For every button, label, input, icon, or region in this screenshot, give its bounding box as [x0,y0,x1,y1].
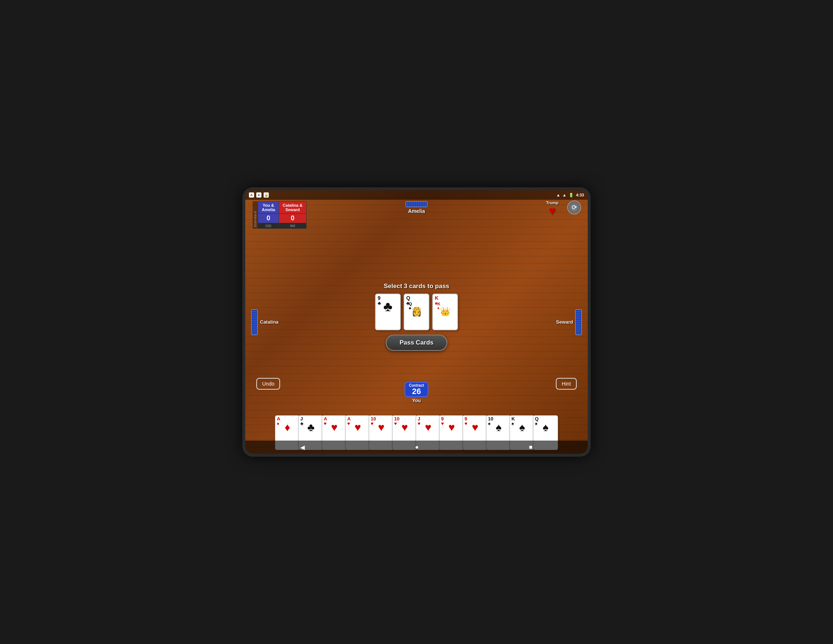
svg-text:👑: 👑 [440,306,450,316]
team2-name: Catalina &Seward [279,202,307,214]
amelia-name: Amelia [408,208,425,214]
hand-card-3-suit: ♥ [331,421,338,434]
battery-icon: 🔋 [569,193,574,198]
catalina-name: Catalina [260,319,279,325]
bid-label: Bid [279,223,307,229]
amelia-cards [405,201,428,207]
circle-icon: ● [256,193,261,198]
signal-icon: ▲ [563,193,566,197]
hand-card-12-suit: ♠ [543,421,548,434]
pass-dialog: Select 3 cards to pass 9♣ ♣ Q♣ Q ♣ 👸 [375,283,458,351]
contract-badge: Contract 26 [404,382,428,397]
nav-arrow-button[interactable]: ⟳ [567,201,581,214]
hand-card-1-label: A♦ [277,416,280,426]
pass-cards-row: 9♣ ♣ Q♣ Q ♣ 👸 [375,294,458,330]
hand-card-1-suit: ♦ [285,421,290,434]
score-table: You &Amelia Catalina &Seward 0 0 (26) Bi… [258,201,307,229]
hand-card-3-label: A♥ [324,416,327,426]
team1-name: You &Amelia [258,202,279,214]
game-screen: A ● 🔒 ▲ ▲ 🔋 4:33 Standard You &Amelia Ca… [245,190,588,454]
catalina-area: Catalina [251,309,279,335]
hand-card-2-suit: ♣ [307,421,315,434]
hand-card-11-label: K♠ [511,416,515,426]
hand-card-5-label: 10♥ [371,416,376,426]
hand-card-8-label: 9♥ [441,416,444,426]
hand-card-4-suit: ♥ [355,421,361,434]
contract-number: 26 [409,387,424,395]
hand-card-6-suit: ♥ [402,421,408,434]
team1-score: 0 [258,214,279,223]
card1-suit: ♣ [383,299,393,313]
status-right: ▲ ▲ 🔋 4:33 [556,193,584,198]
hand-card-7-suit: ♥ [425,421,431,434]
catalina-cards [251,309,258,335]
svg-text:👸: 👸 [411,305,423,317]
svg-text:♦: ♦ [437,306,440,310]
status-left: A ● 🔒 [249,193,269,198]
hint-button[interactable]: Hint [556,378,577,390]
pass-cards-button[interactable]: Pass Cards [386,335,448,351]
pass-card-3[interactable]: K♦ K ♦ 👑 [432,294,458,330]
seward-name: Seward [556,319,573,325]
device-frame: A ● 🔒 ▲ ▲ 🔋 4:33 Standard You &Amelia Ca… [242,187,591,457]
card1-rank: 9♣ [378,296,381,306]
hand-card-10-suit: ♠ [496,421,502,434]
hand-card-12-label: Q♠ [535,416,539,426]
seward-area: Seward [556,309,582,335]
amelia-area: Amelia [405,201,428,214]
trump-suit: ♥ [549,205,556,217]
home-button[interactable]: ● [415,444,419,450]
pass-card-1[interactable]: 9♣ ♣ [375,294,401,330]
nav-bar: ◀ ● ■ [245,440,588,454]
you-label: You [412,398,421,403]
team2-score: 0 [279,214,307,223]
back-button[interactable]: ◀ [300,444,305,451]
card2-rank: Q♣ [406,296,410,306]
hand-card-6-label: 10♥ [394,416,399,426]
clock: 4:33 [576,193,584,197]
hand-card-8-suit: ♥ [449,421,455,434]
app-icon: A [249,193,254,198]
hand-card-9-label: 9♥ [465,416,468,426]
pass-title: Select 3 cards to pass [384,283,450,290]
standard-label: Standard [252,201,258,229]
hand-card-10-label: 10♠ [488,416,493,426]
seward-cards [575,309,582,335]
hand-card-5-suit: ♥ [378,421,384,434]
trump-area: Trump ♥ [546,201,558,217]
contract-ref: (26) [258,223,279,229]
hand-card-4-label: A♥ [347,416,351,426]
hand-card-11-suit: ♠ [519,421,525,434]
status-bar: A ● 🔒 ▲ ▲ 🔋 4:33 [245,190,588,200]
pass-card-2[interactable]: Q♣ Q ♣ 👸 [404,294,429,330]
undo-button[interactable]: Undo [256,378,280,390]
hand-card-7-label: J♥ [418,416,421,426]
lock-icon: 🔒 [264,193,269,198]
wifi-icon: ▲ [556,193,560,197]
score-panel: Standard You &Amelia Catalina &Seward 0 … [252,201,307,229]
card3-rank: K♦ [435,296,439,306]
recent-button[interactable]: ■ [529,444,533,450]
hand-card-2-label: J♣ [300,416,304,426]
hand-card-9-suit: ♥ [472,421,478,434]
